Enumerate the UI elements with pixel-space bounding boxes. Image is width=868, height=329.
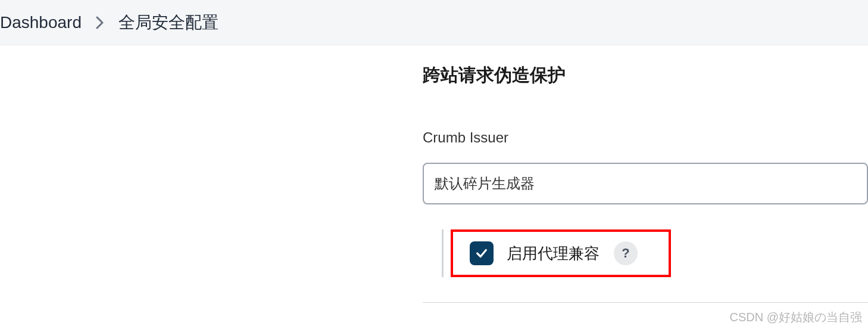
crumb-issuer-select[interactable]: 默认碎片生成器 xyxy=(423,163,868,204)
help-icon[interactable]: ? xyxy=(614,241,638,265)
breadcrumb-item-dashboard[interactable]: Dashboard xyxy=(0,13,82,32)
indent-bar xyxy=(442,229,444,277)
watermark: CSDN @好姑娘の当自强 xyxy=(729,309,862,325)
chevron-right-icon xyxy=(96,16,104,29)
proxy-compat-row: 启用代理兼容 ? xyxy=(442,229,868,277)
divider xyxy=(423,302,868,303)
crumb-issuer-selected: 默认碎片生成器 xyxy=(435,174,535,193)
highlight-box: 启用代理兼容 ? xyxy=(451,229,671,277)
proxy-compat-label[interactable]: 启用代理兼容 xyxy=(507,243,600,264)
section-title: 跨站请求伪造保护 xyxy=(423,63,868,88)
proxy-compat-checkbox[interactable] xyxy=(470,241,494,265)
crumb-issuer-label: Crumb Issuer xyxy=(423,129,868,146)
main-content: 跨站请求伪造保护 Crumb Issuer 默认碎片生成器 启用代理兼容 ? xyxy=(0,45,868,303)
check-icon xyxy=(475,247,488,260)
breadcrumb: Dashboard 全局安全配置 xyxy=(0,0,868,45)
breadcrumb-item-security[interactable]: 全局安全配置 xyxy=(118,11,218,34)
